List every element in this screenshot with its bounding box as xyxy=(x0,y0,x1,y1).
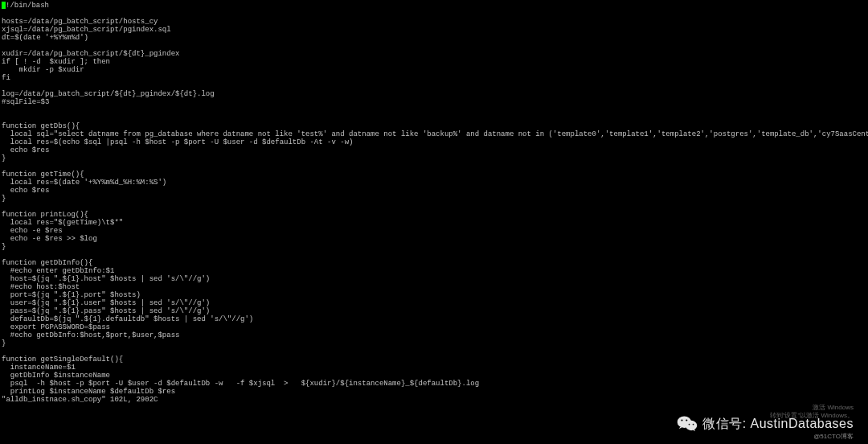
wechat-icon xyxy=(677,415,698,433)
terminal-content: !/bin/bash hosts=/data/pg_batch_script/h… xyxy=(2,2,868,404)
svg-point-4 xyxy=(689,424,690,426)
svg-point-1 xyxy=(686,421,697,430)
win-activate-title: 激活 Windows xyxy=(770,404,854,412)
svg-point-2 xyxy=(682,419,683,421)
watermark-label: 微信号: AustinDatabases xyxy=(702,416,854,433)
terminal-window[interactable]: !/bin/bash hosts=/data/pg_batch_script/h… xyxy=(0,0,868,444)
watermark-sub: @51CTO博客 xyxy=(813,432,854,441)
svg-point-3 xyxy=(686,419,687,421)
watermark: 微信号: AustinDatabases xyxy=(677,415,854,433)
svg-point-5 xyxy=(693,424,694,426)
